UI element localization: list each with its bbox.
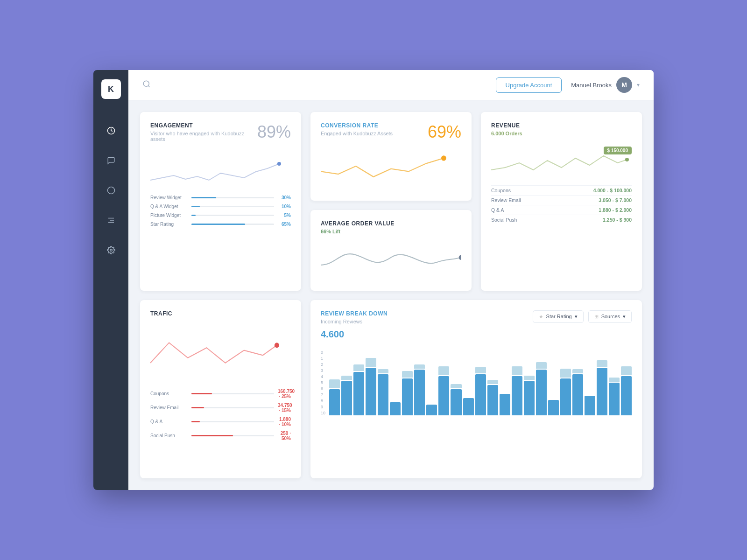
incoming-reviews-count: 4.600: [321, 329, 388, 340]
avatar: M: [616, 77, 632, 93]
bar-segment-bottom: [500, 394, 510, 415]
bar-col: [597, 360, 607, 415]
upgrade-button[interactable]: Upgrade Account: [496, 77, 562, 93]
chevron-down-icon[interactable]: ▾: [637, 82, 640, 88]
bar-col: [329, 379, 340, 415]
star-rating-dropdown[interactable]: ★ Star Rating ▾: [533, 310, 584, 323]
bar-col: [487, 380, 498, 415]
bar-col: [512, 366, 522, 415]
bar-segment-top: [414, 364, 425, 369]
aov-title: Average Order Value: [321, 220, 461, 227]
bar-segment-bottom: [438, 376, 449, 415]
bar-segment-bottom: [353, 372, 364, 415]
bar-col: [609, 378, 620, 415]
engagement-card: ENGAGEMENT Visitor who have engaged with…: [140, 112, 301, 291]
sidebar-icon-settings[interactable]: [103, 242, 120, 259]
conversion-value: 69%: [428, 122, 461, 142]
conversion-card: CONVERSION RATE Engaged with Kudobuzz As…: [310, 112, 472, 201]
sources-label: Sources: [601, 314, 620, 319]
bar-segment-bottom: [341, 381, 352, 415]
conversion-chart: [321, 147, 461, 185]
bar-segment-top: [475, 367, 486, 373]
bar-segment-bottom: [609, 383, 620, 415]
aov-chart: [321, 240, 461, 273]
bar-segment-bottom: [621, 376, 632, 415]
bar-segment-top: [329, 379, 340, 388]
bar-segment-top: [536, 362, 547, 369]
engagement-progress-list: Review Widget 30% Q & A Widget 10%: [150, 195, 291, 227]
sidebar-icon-chat[interactable]: [103, 152, 120, 169]
bar-segment-top: [438, 366, 449, 375]
bar-col: [451, 384, 461, 415]
bar-segment-top: [378, 369, 388, 373]
chevron-down-star: ▾: [575, 314, 578, 320]
bar-segment-top: [487, 380, 498, 384]
revenue-item-review-email: Review Email 3.050 - $ 7.000: [491, 195, 632, 205]
bar-segment-bottom: [402, 378, 413, 415]
bar-col: [390, 402, 401, 415]
bar-segment-bottom: [426, 405, 437, 415]
svg-point-12: [275, 343, 279, 348]
app-wrapper: K Upgrade Account: [93, 70, 654, 490]
bar-col: [402, 371, 413, 415]
bar-col: [426, 405, 437, 415]
bar-segment-bottom: [487, 385, 498, 415]
revenue-card: REVENUE 6.000 Orders $ 150.000 Coupons 4…: [481, 112, 642, 291]
bar-segment-top: [341, 376, 352, 380]
engagement-value: 89%: [257, 122, 291, 142]
bar-segment-bottom: [390, 402, 401, 415]
y-axis: 109876 543210: [321, 350, 329, 415]
traffic-item-qa: Q & A 1.880 · 10%: [150, 417, 291, 427]
bar-segment-bottom: [560, 378, 571, 415]
bar-col: [414, 364, 425, 415]
user-name: Manuel Brooks: [571, 82, 612, 89]
sidebar: K: [93, 70, 128, 490]
progress-item-picture-widget: Picture Widget 5%: [150, 213, 291, 218]
bar-chart-inner: [329, 350, 632, 415]
svg-point-8: [277, 162, 281, 166]
bar-col: [475, 367, 486, 415]
bar-segment-top: [366, 358, 376, 367]
bar-segment-top: [353, 364, 364, 371]
svg-point-1: [107, 187, 114, 194]
traffic-chart: [150, 322, 291, 383]
progress-item-qa-widget: Q & A Widget 10%: [150, 204, 291, 209]
bar-segment-top: [597, 360, 607, 367]
svg-point-10: [459, 255, 461, 260]
review-breakdown-title: REVIEW BREAK DOWN: [321, 310, 388, 317]
bar-col: [438, 366, 449, 415]
sidebar-icon-circle[interactable]: [103, 182, 120, 199]
sidebar-icon-dashboard[interactable]: [103, 122, 120, 139]
revenue-title: REVENUE: [491, 122, 632, 129]
svg-line-7: [148, 85, 149, 87]
bar-segment-bottom: [548, 400, 559, 415]
sidebar-icon-team[interactable]: [103, 212, 120, 229]
bar-segment-top: [524, 376, 535, 380]
bar-segment-bottom: [597, 368, 607, 415]
revenue-item-social-push: Social Push 1.250 - $ 900: [491, 215, 632, 224]
traffic-item-social-push: Social Push 250 · 50%: [150, 431, 291, 441]
bar-segment-top: [451, 384, 461, 388]
star-icon: ★: [539, 314, 543, 320]
engagement-subtitle: Visitor who have engaged with Kudobuzz a…: [150, 131, 257, 142]
conversion-subtitle: Engaged with Kudobuzz Assets: [321, 131, 393, 136]
bar-segment-bottom: [366, 368, 376, 415]
sidebar-logo[interactable]: K: [101, 79, 121, 99]
bar-col: [585, 396, 595, 415]
search-icon[interactable]: [142, 80, 151, 91]
bar-col: [341, 376, 352, 415]
sources-dropdown[interactable]: ⊞ Sources ▾: [588, 310, 632, 323]
svg-point-6: [143, 81, 149, 86]
bar-segment-bottom: [475, 374, 486, 415]
traffic-title: TRAFIC: [150, 310, 291, 317]
bar-segment-bottom: [329, 389, 340, 415]
user-info: Manuel Brooks M ▾: [571, 77, 640, 93]
bar-segment-bottom: [512, 376, 522, 415]
bar-col: [536, 362, 547, 415]
aov-lift: 66% Lift: [321, 229, 461, 234]
traffic-progress-list: Coupons 160.750 · 25% Review Email 34.75…: [150, 389, 291, 441]
engagement-chart: [150, 152, 291, 189]
bar-col: [548, 400, 559, 415]
dashboard: ENGAGEMENT Visitor who have engaged with…: [128, 100, 654, 490]
bar-col: [500, 394, 510, 415]
